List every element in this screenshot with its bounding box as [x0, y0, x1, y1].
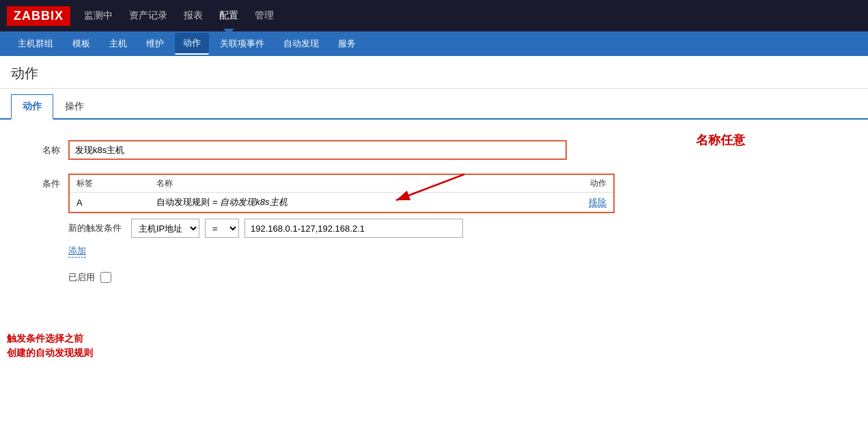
col-header-name: 名称 [150, 174, 529, 193]
nav-item-reports[interactable]: 报表 [184, 7, 203, 25]
nav-item-monitor[interactable]: 监测中 [84, 7, 113, 25]
condition-name: 自动发现规则 = 自动发现k8s主机 [150, 193, 529, 213]
annotation-top-text: 名称任意 [696, 132, 745, 148]
col-header-tag: 标签 [69, 174, 150, 193]
enabled-label: 已启用 [68, 271, 95, 284]
subnav-actions[interactable]: 动作 [175, 33, 209, 55]
conditions-table: 标签 名称 动作 A 自动发现规则 = 自动发现k8s主机 移除 [68, 174, 615, 213]
nav-item-assets[interactable]: 资产记录 [129, 7, 167, 25]
condition-action-cell: 移除 [529, 193, 614, 213]
subnav-services[interactable]: 服务 [330, 33, 364, 54]
page-title: 动作 [11, 64, 857, 83]
tab-operations[interactable]: 操作 [53, 94, 96, 120]
condition-name-text: 自动发现规则 = [156, 197, 220, 207]
tab-bar: 动作 操作 [0, 94, 868, 120]
condition-tag: A [69, 193, 150, 213]
annotation-bottom-left: 触发条件选择之前 创建的自动发现规则 [7, 331, 93, 360]
subnav-maintenance[interactable]: 维护 [138, 33, 172, 54]
nav-item-config[interactable]: 配置 [219, 7, 238, 25]
eq-select[interactable]: = ≠ < > [205, 219, 239, 238]
new-trigger-label: 新的触发条件 [68, 222, 122, 234]
add-link[interactable]: 添加 [68, 245, 86, 258]
subnav-templates[interactable]: 模板 [64, 33, 98, 54]
annotation-line2: 创建的自动发现规则 [7, 346, 93, 360]
enabled-row: 已启用 [68, 271, 841, 284]
page-header: 动作 [0, 56, 868, 89]
new-trigger-condition-row: 新的触发条件 主机IP地址 主机名 服务类型 服务端口 = ≠ < > [68, 219, 615, 238]
trigger-type-select[interactable]: 主机IP地址 主机名 服务类型 服务端口 [131, 219, 199, 238]
page-content: 动作 动作 操作 名称任意 触发条件选择之前 创建的自动发现规则 [0, 56, 868, 438]
logo: ZABBIX [7, 6, 70, 26]
condition-row: A 自动发现规则 = 自动发现k8s主机 移除 [69, 193, 614, 213]
subnav-hostgroups[interactable]: 主机群组 [10, 33, 61, 54]
subnav-hosts[interactable]: 主机 [101, 33, 135, 54]
top-navigation: ZABBIX 监测中 资产记录 报表 配置 管理 [0, 0, 868, 31]
conditions-row: 条件 标签 名称 动作 A 自动发现规则 = 自动 [27, 174, 841, 258]
conditions-section: 标签 名称 动作 A 自动发现规则 = 自动发现k8s主机 移除 [68, 174, 615, 258]
top-nav-items: 监测中 资产记录 报表 配置 管理 [84, 7, 274, 25]
condition-name-italic: 自动发现k8s主机 [220, 197, 287, 207]
ip-input[interactable] [244, 219, 463, 238]
annotation-line1: 触发条件选择之前 [7, 331, 93, 346]
subnav-event-correlation[interactable]: 关联项事件 [212, 33, 272, 54]
col-header-action: 动作 [529, 174, 614, 193]
form-area: 名称任意 触发条件选择之前 创建的自动发现规则 名称 条件 标签 名称 动作 [0, 120, 868, 318]
tab-actions[interactable]: 动作 [11, 94, 53, 120]
subnav-discovery[interactable]: 自动发现 [275, 33, 327, 54]
remove-link[interactable]: 移除 [589, 197, 606, 208]
name-label: 名称 [27, 140, 68, 156]
enabled-checkbox[interactable] [100, 272, 111, 283]
sub-navigation: 主机群组 模板 主机 维护 动作 关联项事件 自动发现 服务 [0, 31, 868, 56]
add-link-container: 添加 [68, 245, 615, 258]
name-input[interactable] [68, 140, 567, 160]
conditions-label: 条件 [27, 174, 68, 190]
nav-item-admin[interactable]: 管理 [255, 7, 274, 25]
